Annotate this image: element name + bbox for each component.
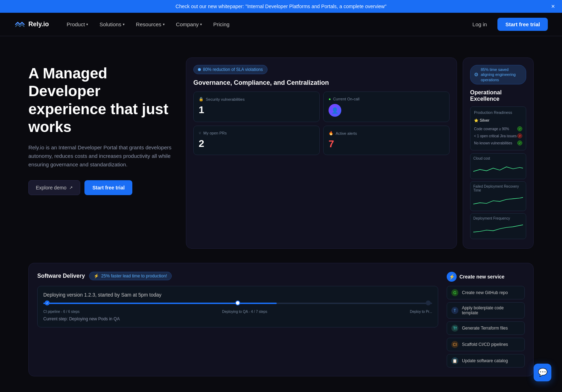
cloud-cost-chart: Cloud cost: [470, 153, 526, 179]
check-red-icon: ✗: [517, 133, 522, 138]
nav-solutions-label: Solutions: [99, 21, 121, 27]
metric-oncall-label: ● Current On-call: [329, 97, 444, 101]
deployment-frequency-chart: Deployment Frequency: [470, 213, 526, 239]
metric-alerts-label: 🔥 Active alerts: [329, 131, 444, 136]
service-items: G Create new GitHub repo T Apply boilerp…: [447, 286, 525, 368]
software-delivery-section: Software Delivery ⚡ 25% faster lead time…: [28, 263, 534, 376]
star-icon: ⭐: [474, 118, 478, 122]
readiness-badge: ⭐ Silver: [474, 118, 490, 122]
ops-badge: ⚙ 85% time saved aligning engineering op…: [470, 65, 526, 84]
readiness-item-2: No known vulnerabilities ✓: [474, 139, 522, 147]
logo[interactable]: Rely.io: [14, 21, 49, 28]
catalog-icon: 📋: [451, 357, 458, 364]
deployment-frequency-title: Deployment Frequency: [473, 216, 523, 220]
service-title: Create new service: [459, 274, 505, 280]
service-item-label-1: Apply boilerplate code template: [462, 305, 520, 315]
chat-button[interactable]: 💬: [534, 364, 551, 381]
nav-product[interactable]: Product ▾: [62, 18, 93, 30]
logo-text: Rely.io: [28, 21, 49, 28]
service-item-label-0: Create new GitHub repo: [462, 290, 508, 295]
deploy-freq-svg: [473, 222, 523, 234]
lock-icon: 🔒: [199, 97, 204, 101]
readiness-level: Silver: [480, 118, 490, 122]
nav-resources[interactable]: Resources ▾: [131, 18, 170, 30]
explore-label: Explore demo: [36, 185, 66, 191]
pipeline-dot-active: [235, 300, 240, 305]
check-green-icon: ✓: [517, 126, 522, 131]
metric-alerts: 🔥 Active alerts 7: [323, 126, 450, 155]
metric-security: 🔒 Security vulnerabilities 1: [193, 92, 320, 122]
service-item-label-2: Generate Terraform files: [462, 326, 508, 331]
navbar-trial-button[interactable]: Start free trial: [497, 18, 548, 31]
chevron-down-icon: ▾: [163, 22, 165, 26]
delivery-header: Software Delivery ⚡ 25% faster lead time…: [37, 272, 438, 280]
navbar: Rely.io Product ▾ Solutions ▾ Resources …: [0, 13, 562, 36]
terraform-icon: Tf: [451, 325, 458, 332]
service-item-2[interactable]: Tf Generate Terraform files: [447, 321, 525, 335]
governance-title: Governance, Compliance, and Centralizati…: [193, 79, 450, 87]
readiness-title: Production Readiness: [474, 110, 522, 115]
service-item-3[interactable]: CI Scaffold CI/CD pipelines: [447, 338, 525, 351]
metric-prs-label: ⑂ My open PRs: [199, 131, 314, 135]
pipeline-labels: CI pipeline - 6 / 6 steps Deploying to Q…: [43, 310, 432, 314]
ops-badge-text: 85% time saved aligning engineering oper…: [481, 67, 522, 82]
readiness-item-label-1: < 1 open critical Jira issues: [474, 134, 517, 138]
top-banner: Check out our new whitepaper: "Internal …: [0, 0, 562, 13]
failed-deployment-chart: Failed Deployment Recovery Time: [470, 181, 526, 211]
metric-security-label: 🔒 Security vulnerabilities: [199, 97, 314, 101]
nav-product-label: Product: [67, 21, 85, 27]
service-item-0[interactable]: G Create new GitHub repo: [447, 286, 525, 299]
chevron-down-icon: ▾: [200, 22, 202, 26]
deploy-box: Deploying version 1.2.3, started by Sam …: [37, 286, 438, 327]
hero-trial-button[interactable]: Start free trial: [84, 180, 132, 195]
nav-company[interactable]: Company ▾: [171, 18, 207, 30]
ops-badge-icon: ⚙: [474, 71, 479, 78]
lightning-icon: ⚡: [94, 274, 99, 278]
banner-close-button[interactable]: ×: [551, 3, 555, 10]
explore-demo-button[interactable]: Explore demo ↗: [28, 180, 80, 195]
service-item-label-4: Update software catalog: [462, 358, 508, 363]
login-button[interactable]: Log in: [468, 18, 492, 30]
pipeline-dot-done-1: ✓: [45, 300, 50, 305]
readiness-item-label-0: Code coverage ≥ 90%: [474, 127, 509, 131]
trusted-section: Trusted by fast-growing engineering team…: [0, 388, 562, 392]
governance-badge: 80% reduction of SLA violations: [193, 65, 268, 74]
delivery-right: ⚡ Create new service G Create new GitHub…: [447, 272, 525, 368]
pipeline-label-0: CI pipeline - 6 / 6 steps: [43, 310, 79, 314]
failed-deployment-title: Failed Deployment Recovery Time: [473, 184, 523, 192]
service-header: ⚡ Create new service: [447, 272, 525, 282]
oncall-avatar: 👤: [329, 104, 341, 117]
governance-badge-text: 80% reduction of SLA violations: [203, 67, 263, 72]
readiness-item-1: < 1 open critical Jira issues ✗: [474, 132, 522, 139]
service-item-1[interactable]: T Apply boilerplate code template: [447, 302, 525, 319]
readiness-box: Production Readiness ⭐ Silver Code cover…: [470, 106, 526, 151]
green-dot-icon: ●: [329, 97, 331, 101]
service-item-label-3: Scaffold CI/CD pipelines: [462, 342, 508, 347]
readiness-item-label-2: No known vulnerabilities: [474, 141, 512, 145]
service-item-4[interactable]: 📋 Update software catalog: [447, 354, 525, 368]
delivery-left: Software Delivery ⚡ 25% faster lead time…: [37, 272, 438, 368]
pipeline-dot-empty: [426, 300, 431, 305]
nav-pricing[interactable]: Pricing: [208, 18, 235, 30]
deploy-text: Deploying version 1.2.3, started by Sam …: [43, 292, 432, 298]
github-icon: G: [451, 289, 458, 296]
chevron-down-icon: ▾: [86, 22, 88, 26]
template-icon: T: [451, 307, 458, 314]
service-icon: ⚡: [447, 272, 457, 282]
metric-prs-value: 2: [199, 138, 314, 149]
delivery-badge-text: 25% faster lead time to production!: [101, 274, 167, 278]
nav-solutions[interactable]: Solutions ▾: [94, 18, 130, 30]
banner-text: Check out our new whitepaper: "Internal …: [176, 4, 386, 9]
chat-icon: 💬: [538, 368, 547, 377]
pr-icon: ⑂: [199, 131, 201, 135]
check-green-icon-2: ✓: [517, 140, 522, 145]
cards-container: 80% reduction of SLA violations Governan…: [186, 57, 534, 249]
hero-title: A Managed Developer experience that just…: [28, 65, 177, 136]
nav-links: Product ▾ Solutions ▾ Resources ▾ Compan…: [62, 18, 465, 30]
pipeline-label-2: Deploy to Pr...: [410, 310, 432, 314]
nav-right: Log in Start free trial: [468, 18, 548, 31]
hero-section: A Managed Developer experience that just…: [0, 36, 562, 263]
delivery-title: Software Delivery: [37, 273, 85, 279]
cloud-cost-svg: [473, 162, 523, 175]
pipeline-label-1: Deploying to QA - 4 / 7 steps: [222, 310, 267, 314]
